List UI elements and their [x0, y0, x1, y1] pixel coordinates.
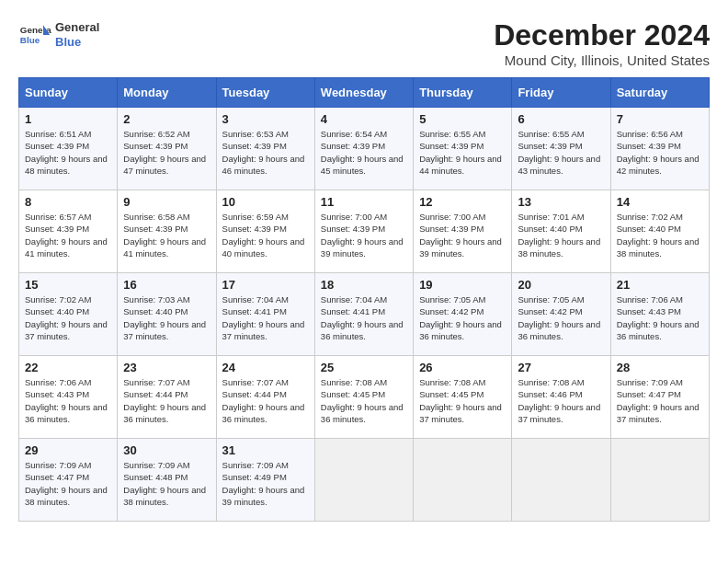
table-row: 6 Sunrise: 6:55 AM Sunset: 4:39 PM Dayli… — [512, 108, 610, 190]
col-tuesday: Tuesday — [216, 78, 314, 108]
table-row: 7 Sunrise: 6:56 AM Sunset: 4:39 PM Dayli… — [610, 108, 709, 190]
day-info: Sunrise: 7:08 AM Sunset: 4:46 PM Dayligh… — [518, 376, 604, 425]
table-row: 4 Sunrise: 6:54 AM Sunset: 4:39 PM Dayli… — [314, 108, 413, 190]
day-info: Sunrise: 7:05 AM Sunset: 4:42 PM Dayligh… — [518, 293, 604, 342]
day-number: 15 — [25, 278, 111, 292]
day-info: Sunrise: 7:09 AM Sunset: 4:49 PM Dayligh… — [222, 459, 309, 508]
table-row: 3 Sunrise: 6:53 AM Sunset: 4:39 PM Dayli… — [216, 108, 314, 190]
day-info: Sunrise: 6:54 AM Sunset: 4:39 PM Dayligh… — [321, 128, 407, 177]
title-area: December 2024 Mound City, Illinois, Unit… — [494, 18, 710, 68]
svg-text:Blue: Blue — [20, 35, 40, 45]
day-number: 14 — [617, 195, 703, 209]
day-number: 19 — [419, 278, 506, 292]
day-number: 12 — [419, 195, 506, 209]
day-info: Sunrise: 7:09 AM Sunset: 4:47 PM Dayligh… — [617, 376, 703, 425]
day-number: 3 — [222, 112, 309, 126]
table-row: 8 Sunrise: 6:57 AM Sunset: 4:39 PM Dayli… — [19, 190, 118, 273]
day-info: Sunrise: 7:04 AM Sunset: 4:41 PM Dayligh… — [321, 293, 407, 342]
logo: General Blue General Blue — [18, 18, 99, 52]
day-number: 24 — [222, 361, 309, 374]
day-info: Sunrise: 6:57 AM Sunset: 4:39 PM Dayligh… — [25, 211, 111, 259]
day-info: Sunrise: 6:58 AM Sunset: 4:39 PM Dayligh… — [123, 211, 210, 259]
day-info: Sunrise: 7:07 AM Sunset: 4:44 PM Dayligh… — [123, 376, 210, 425]
day-number: 1 — [25, 112, 111, 126]
logo-text-general: General — [55, 20, 99, 35]
day-info: Sunrise: 6:56 AM Sunset: 4:39 PM Dayligh… — [617, 128, 703, 177]
day-number: 29 — [25, 443, 111, 457]
table-row: 16 Sunrise: 7:03 AM Sunset: 4:40 PM Dayl… — [118, 273, 216, 356]
day-info: Sunrise: 7:08 AM Sunset: 4:45 PM Dayligh… — [419, 376, 506, 425]
day-number: 10 — [222, 195, 309, 209]
day-number: 20 — [518, 278, 604, 292]
col-friday: Friday — [512, 78, 610, 108]
day-number: 23 — [123, 361, 210, 374]
table-row: 27 Sunrise: 7:08 AM Sunset: 4:46 PM Dayl… — [512, 356, 610, 439]
day-info: Sunrise: 7:06 AM Sunset: 4:43 PM Dayligh… — [25, 376, 111, 425]
table-row — [512, 439, 610, 522]
main-title: December 2024 — [494, 18, 710, 52]
col-wednesday: Wednesday — [314, 78, 413, 108]
day-number: 17 — [222, 278, 309, 292]
table-row: 20 Sunrise: 7:05 AM Sunset: 4:42 PM Dayl… — [512, 273, 610, 356]
table-row: 10 Sunrise: 6:59 AM Sunset: 4:39 PM Dayl… — [216, 190, 314, 273]
day-info: Sunrise: 6:51 AM Sunset: 4:39 PM Dayligh… — [25, 128, 111, 177]
day-info: Sunrise: 7:08 AM Sunset: 4:45 PM Dayligh… — [321, 376, 407, 425]
day-number: 25 — [321, 361, 407, 374]
calendar-week-row: 15 Sunrise: 7:02 AM Sunset: 4:40 PM Dayl… — [19, 273, 710, 356]
table-row: 12 Sunrise: 7:00 AM Sunset: 4:39 PM Dayl… — [414, 190, 512, 273]
day-info: Sunrise: 7:02 AM Sunset: 4:40 PM Dayligh… — [25, 293, 111, 342]
day-number: 26 — [419, 361, 506, 374]
col-thursday: Thursday — [414, 78, 512, 108]
day-info: Sunrise: 6:52 AM Sunset: 4:39 PM Dayligh… — [123, 128, 210, 177]
day-number: 21 — [617, 278, 703, 292]
table-row: 9 Sunrise: 6:58 AM Sunset: 4:39 PM Dayli… — [118, 190, 216, 273]
calendar-header-row: Sunday Monday Tuesday Wednesday Thursday… — [19, 78, 710, 108]
table-row — [314, 439, 413, 522]
day-info: Sunrise: 7:03 AM Sunset: 4:40 PM Dayligh… — [123, 293, 210, 342]
table-row: 31 Sunrise: 7:09 AM Sunset: 4:49 PM Dayl… — [216, 439, 314, 522]
calendar-table: Sunday Monday Tuesday Wednesday Thursday… — [18, 77, 710, 522]
day-number: 5 — [419, 112, 506, 126]
day-info: Sunrise: 7:00 AM Sunset: 4:39 PM Dayligh… — [321, 211, 407, 259]
calendar-week-row: 29 Sunrise: 7:09 AM Sunset: 4:47 PM Dayl… — [19, 439, 710, 522]
table-row: 28 Sunrise: 7:09 AM Sunset: 4:47 PM Dayl… — [610, 356, 709, 439]
table-row: 13 Sunrise: 7:01 AM Sunset: 4:40 PM Dayl… — [512, 190, 610, 273]
logo-text-blue: Blue — [55, 35, 99, 50]
table-row: 30 Sunrise: 7:09 AM Sunset: 4:48 PM Dayl… — [118, 439, 216, 522]
day-number: 16 — [123, 278, 210, 292]
day-number: 2 — [123, 112, 210, 126]
day-number: 13 — [518, 195, 604, 209]
logo-icon: General Blue — [18, 18, 51, 52]
subtitle: Mound City, Illinois, United States — [494, 52, 710, 68]
day-info: Sunrise: 7:06 AM Sunset: 4:43 PM Dayligh… — [617, 293, 703, 342]
table-row: 5 Sunrise: 6:55 AM Sunset: 4:39 PM Dayli… — [414, 108, 512, 190]
header: General Blue General Blue December 2024 … — [18, 18, 710, 68]
day-number: 6 — [518, 112, 604, 126]
day-info: Sunrise: 7:07 AM Sunset: 4:44 PM Dayligh… — [222, 376, 309, 425]
day-number: 8 — [25, 195, 111, 209]
day-number: 4 — [321, 112, 407, 126]
table-row: 22 Sunrise: 7:06 AM Sunset: 4:43 PM Dayl… — [19, 356, 118, 439]
table-row: 26 Sunrise: 7:08 AM Sunset: 4:45 PM Dayl… — [414, 356, 512, 439]
calendar-body: 1 Sunrise: 6:51 AM Sunset: 4:39 PM Dayli… — [19, 108, 710, 522]
day-number: 30 — [123, 443, 210, 457]
day-info: Sunrise: 7:05 AM Sunset: 4:42 PM Dayligh… — [419, 293, 506, 342]
day-number: 27 — [518, 361, 604, 374]
calendar-week-row: 8 Sunrise: 6:57 AM Sunset: 4:39 PM Dayli… — [19, 190, 710, 273]
day-info: Sunrise: 7:02 AM Sunset: 4:40 PM Dayligh… — [617, 211, 703, 259]
table-row: 1 Sunrise: 6:51 AM Sunset: 4:39 PM Dayli… — [19, 108, 118, 190]
day-info: Sunrise: 6:55 AM Sunset: 4:39 PM Dayligh… — [419, 128, 506, 177]
table-row: 25 Sunrise: 7:08 AM Sunset: 4:45 PM Dayl… — [314, 356, 413, 439]
day-number: 9 — [123, 195, 210, 209]
table-row: 11 Sunrise: 7:00 AM Sunset: 4:39 PM Dayl… — [314, 190, 413, 273]
day-number: 28 — [617, 361, 703, 374]
day-number: 31 — [222, 443, 309, 457]
table-row: 2 Sunrise: 6:52 AM Sunset: 4:39 PM Dayli… — [118, 108, 216, 190]
table-row — [414, 439, 512, 522]
day-number: 11 — [321, 195, 407, 209]
day-info: Sunrise: 6:53 AM Sunset: 4:39 PM Dayligh… — [222, 128, 309, 177]
table-row: 15 Sunrise: 7:02 AM Sunset: 4:40 PM Dayl… — [19, 273, 118, 356]
table-row: 29 Sunrise: 7:09 AM Sunset: 4:47 PM Dayl… — [19, 439, 118, 522]
table-row: 19 Sunrise: 7:05 AM Sunset: 4:42 PM Dayl… — [414, 273, 512, 356]
day-info: Sunrise: 6:55 AM Sunset: 4:39 PM Dayligh… — [518, 128, 604, 177]
